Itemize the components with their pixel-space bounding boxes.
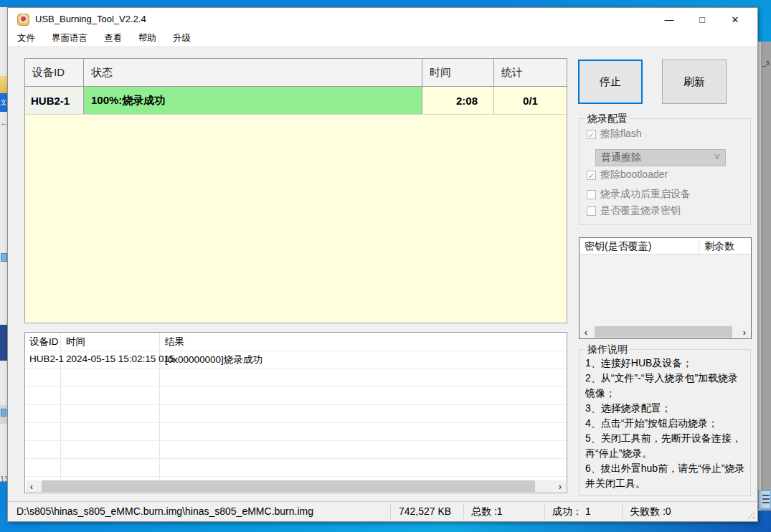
- device-table-header: 设备ID 状态 时间 统计: [25, 59, 567, 87]
- instruction-line: 5、关闭工具前，先断开设备连接，再“停止”烧录。: [585, 431, 746, 461]
- row-divider: [25, 422, 567, 423]
- device-id-cell: HUB2-1: [25, 87, 84, 114]
- col-time: 时间: [422, 59, 494, 86]
- instruction-line: 4、点击“开始”按钮启动烧录；: [585, 416, 746, 431]
- stats-cell: 0/1: [494, 87, 567, 114]
- background-window-left-strip: 文 ← 13: [0, 7, 7, 482]
- row-divider: [25, 351, 567, 351]
- key-table: 密钥(是否覆盖) 剩余数 ‹ ›: [579, 237, 752, 339]
- row-divider: [25, 458, 567, 459]
- log-table-hscrollbar[interactable]: ‹ ›: [26, 480, 566, 492]
- instructions-group: 操作说明 1、连接好HUB及设备； 2、从“文件”-“导入烧录包”加载烧录镜像；…: [579, 349, 751, 496]
- erase-mode-dropdown[interactable]: 普通擦除 ˅: [595, 149, 726, 166]
- status-failed: 失败数 :0: [630, 505, 671, 518]
- log-table: 设备ID 时间 结果 HUB2-1 2024-05-15 15:02:15 01…: [24, 332, 567, 493]
- window-controls: — □ ✕: [653, 8, 752, 31]
- instruction-line: 3、选择烧录配置；: [585, 401, 746, 416]
- erase-bootloader-label: 擦除bootloader: [600, 168, 668, 181]
- scroll-left-icon[interactable]: ‹: [580, 327, 592, 338]
- burn-config-title: 烧录配置: [585, 113, 630, 125]
- reboot-after-label: 烧录成功后重启设备: [600, 188, 691, 201]
- content-area: 设备ID 状态 时间 统计 HUB2-1 100%:烧录成功 2:08 0/1 …: [8, 46, 757, 503]
- menu-view[interactable]: 查看: [104, 32, 122, 44]
- status-success: 成功： 1: [552, 505, 591, 518]
- erase-flash-row: ✓ 擦除flash: [587, 128, 642, 141]
- column-divider: [699, 238, 699, 255]
- menu-language[interactable]: 界面语言: [52, 32, 87, 44]
- col-remaining: 剩余数: [704, 240, 734, 253]
- computer-icon: [1, 253, 7, 262]
- back-arrow-icon: ←: [0, 116, 7, 129]
- menubar: 文件 界面语言 查看 帮助 升级: [8, 31, 757, 46]
- overwrite-key-label: 是否覆盖烧录密钥: [600, 204, 681, 217]
- reboot-after-checkbox[interactable]: [587, 190, 596, 199]
- status-progress-cell: 100%:烧录成功: [84, 87, 422, 114]
- maximize-button[interactable]: □: [686, 8, 719, 31]
- row-divider: [25, 476, 567, 477]
- stop-button[interactable]: 停止: [578, 60, 643, 104]
- window-title: USB_Burning_Tool_V2.2.4: [35, 14, 146, 24]
- status-divider: [544, 504, 545, 519]
- titlebar: USB_Burning_Tool_V2.2.4 — □ ✕: [8, 8, 757, 31]
- burn-config-group: 烧录配置 ✓ 擦除flash 普通擦除 ˅ ✓ 擦除bootloader 烧录成…: [579, 118, 751, 225]
- log-device-id: HUB2-1: [29, 353, 64, 364]
- instruction-line: 6、拔出外置hub前，请先“停止”烧录并关闭工具。: [585, 461, 746, 491]
- erase-bootloader-row: ✓ 擦除bootloader: [587, 168, 668, 181]
- row-divider: [25, 369, 567, 369]
- erase-mode-value: 普通擦除: [601, 151, 641, 164]
- status-file-path: D:\s805\hinas_s805_eMMC.burn.img\hinas_s…: [16, 505, 313, 517]
- refresh-button[interactable]: 刷新: [662, 60, 727, 104]
- log-col-device-id: 设备ID: [29, 336, 59, 348]
- app-icon: [17, 14, 29, 26]
- erase-flash-checkbox[interactable]: ✓: [587, 130, 596, 139]
- folder-icon: [0, 76, 7, 93]
- scrollbar-thumb[interactable]: [42, 480, 535, 492]
- status-bar: D:\s805\hinas_s805_eMMC.burn.img\hinas_s…: [8, 501, 757, 521]
- translate-icon: 文: [0, 93, 7, 112]
- status-file-size: 742,527 KB: [399, 505, 451, 517]
- menu-file[interactable]: 文件: [17, 32, 35, 44]
- menu-help[interactable]: 帮助: [138, 32, 156, 44]
- row-divider: [25, 404, 567, 405]
- reboot-after-row: 烧录成功后重启设备: [587, 188, 691, 201]
- usb-burning-tool-window: USB_Burning_Tool_V2.2.4 — □ ✕ 文件 界面语言 查看…: [7, 7, 758, 522]
- status-divider: [622, 504, 623, 519]
- key-table-header: 密钥(是否覆盖) 剩余数: [580, 238, 751, 255]
- time-cell: 2:08: [422, 87, 494, 114]
- key-table-hscrollbar[interactable]: ‹ ›: [580, 326, 750, 338]
- overwrite-key-checkbox[interactable]: [587, 206, 596, 216]
- resize-grip[interactable]: [748, 512, 755, 519]
- col-stats: 统计: [494, 59, 567, 86]
- erase-bootloader-checkbox[interactable]: ✓: [587, 171, 596, 180]
- status-divider: [390, 504, 391, 519]
- instruction-line: 1、连接好HUB及设备；: [585, 356, 746, 371]
- mini-computer-icon: [1, 409, 6, 417]
- close-button[interactable]: ✕: [719, 8, 752, 31]
- log-time: 2024-05-15 15:02:15 015: [66, 353, 175, 364]
- table-row[interactable]: HUB2-1 100%:烧录成功 2:08 0/1: [25, 87, 567, 115]
- col-device-id: 设备ID: [25, 59, 84, 86]
- background-window-right-strip: _s: [758, 42, 771, 510]
- instructions-text: 1、连接好HUB及设备； 2、从“文件”-“导入烧录包”加载烧录镜像； 3、选择…: [585, 356, 746, 491]
- row-divider: [25, 440, 567, 441]
- menu-upgrade[interactable]: 升级: [173, 32, 191, 44]
- navy-block: [0, 325, 7, 361]
- log-result: [0x00000000]烧录成功: [165, 353, 262, 366]
- device-progress-table: 设备ID 状态 时间 统计 HUB2-1 100%:烧录成功 2:08 0/1: [24, 58, 567, 323]
- background-partial-text: _s: [762, 59, 770, 67]
- instruction-line: 2、从“文件”-“导入烧录包”加载烧录镜像；: [585, 371, 746, 401]
- scrollbar-thumb[interactable]: [595, 326, 732, 338]
- status-total: 总数 :1: [471, 505, 503, 518]
- log-col-time: 时间: [66, 336, 85, 348]
- scroll-right-icon[interactable]: ›: [739, 327, 750, 338]
- status-divider: [463, 504, 464, 519]
- instructions-title: 操作说明: [585, 343, 630, 356]
- row-divider: [25, 386, 567, 387]
- erase-flash-label: 擦除flash: [600, 128, 642, 141]
- log-col-result: 结果: [165, 336, 184, 348]
- minimize-button[interactable]: —: [653, 8, 686, 31]
- list-lines-icon: [762, 495, 770, 503]
- chevron-down-icon: ˅: [714, 151, 720, 163]
- scroll-right-icon[interactable]: ›: [554, 481, 566, 492]
- scroll-left-icon[interactable]: ‹: [26, 481, 37, 492]
